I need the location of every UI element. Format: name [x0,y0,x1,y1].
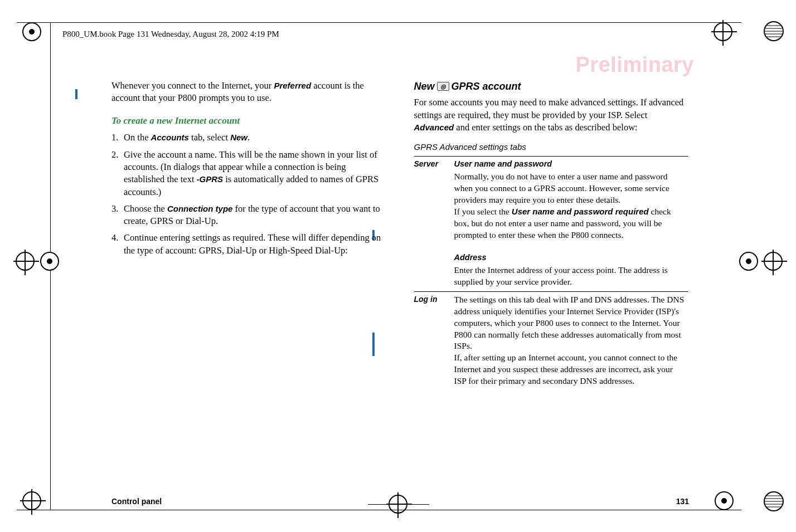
accounts-tab-label: Accounts [151,133,189,142]
right-column: New ◎ GPRS account For some accounts you… [414,80,689,391]
advanced-label: Advanced [414,123,454,132]
crop-line [17,22,741,23]
unp-required-label: User name and password required [512,207,649,216]
page-content: Whenever you connect to the Internet, yo… [111,80,688,391]
frame-header: P800_UM.book Page 131 Wednesday, August … [62,30,279,39]
new-label: New [230,133,247,142]
hatch-circle-icon [763,490,785,513]
left-column: Whenever you connect to the Internet, yo… [111,80,386,391]
gprs-account-heading: New ◎ GPRS account [414,80,689,93]
step-4: Continue entering settings as required. … [111,232,386,257]
gprs-intro-paragraph: For some accounts you may need to make a… [414,96,689,134]
username-password-heading: User name and password [454,159,686,170]
connection-type-label: Connection type [167,204,233,213]
intro-paragraph: Whenever you connect to the Internet, yo… [111,80,386,105]
address-heading: Address [454,252,686,263]
preferred-label: Preferred [274,81,311,90]
footer-page-number: 131 [676,497,689,506]
side-register-icon [764,252,783,271]
step-3: Choose the Connection type for the type … [111,203,386,228]
footer-section: Control panel [111,497,162,506]
register-mark-icon [714,22,732,41]
corner-mark-icon [715,491,734,510]
gprs-suffix-label: -GPRS [197,174,224,184]
col-server-desc: User name and password Normally, you do … [454,157,689,291]
crop-line [17,510,741,510]
register-mark-icon [22,491,41,510]
create-account-heading: To create a new Internet account [111,115,386,128]
side-register-icon [16,252,35,271]
col-login-desc: The settings on this tab deal with IP an… [454,291,689,391]
change-bar [75,89,77,99]
col-login-label: Log in [414,291,454,391]
gprs-icon: ◎ [437,82,449,91]
step-1: On the Accounts tab, select New. [111,131,386,144]
corner-mark-icon [739,252,758,271]
corner-mark-icon [40,252,59,271]
corner-mark-icon [22,22,41,41]
page-footer: Control panel 131 [111,497,689,506]
step-2: Give the account a name. This will be th… [111,149,386,198]
hatch-circle-icon [763,20,785,42]
table-caption: GPRS Advanced settings tabs [414,141,689,153]
gprs-settings-table: Server User name and password Normally, … [414,156,689,391]
steps-list: On the Accounts tab, select New. Give th… [111,131,386,256]
col-server-label: Server [414,157,454,291]
watermark: Preliminary [576,53,695,77]
